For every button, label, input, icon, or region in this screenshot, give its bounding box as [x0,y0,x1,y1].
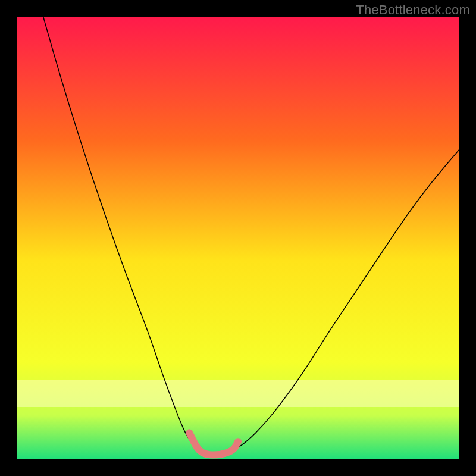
chart-frame: TheBottleneck.com [0,0,476,476]
chart-svg [17,17,459,459]
plot-area [17,17,459,459]
watermark-label: TheBottleneck.com [356,2,470,18]
highlight-band [17,380,459,407]
